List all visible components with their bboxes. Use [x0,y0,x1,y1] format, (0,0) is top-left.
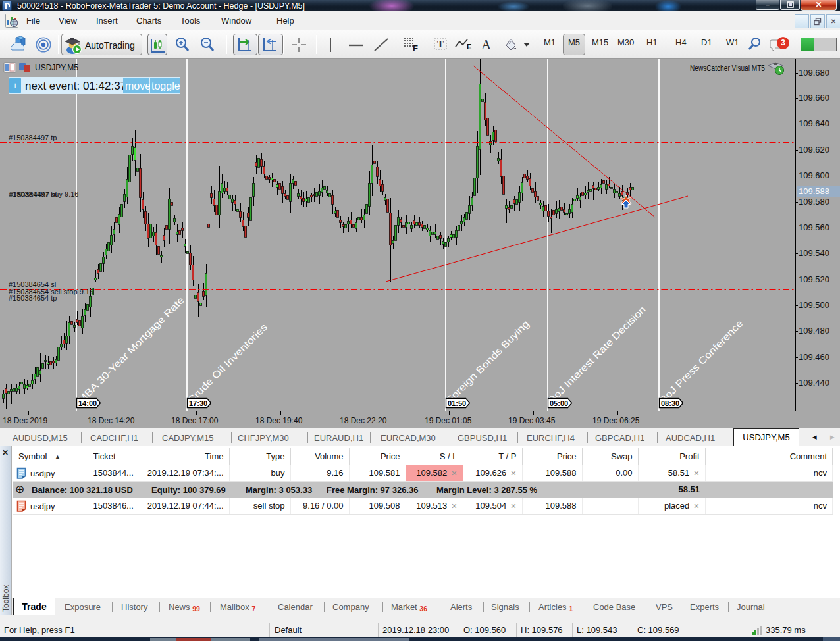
svg-text:T: T [437,39,444,49]
svg-text:NewsCatcher Visual MT5: NewsCatcher Visual MT5 [690,63,765,73]
svg-text:14:00: 14:00 [78,399,97,407]
svg-text:MBA 30-Year Mortgage Rate: MBA 30-Year Mortgage Rate [75,294,186,405]
svg-text:BoJ Press Conference: BoJ Press Conference [657,317,745,405]
svg-text:01:50: 01:50 [448,399,466,407]
svg-text:toggle: toggle [151,80,180,91]
svg-text:08:30: 08:30 [661,399,679,407]
svg-text:#150384497 tp: #150384497 tp [9,134,57,141]
svg-text:05:00: 05:00 [550,399,568,407]
svg-text:F: F [413,43,418,53]
svg-text:+: + [13,80,18,91]
svg-text:USDJPY,M5: USDJPY,M5 [35,63,78,72]
svg-text:move: move [125,80,151,91]
svg-text:#150384497 sl: #150384497 sl [9,191,57,199]
svg-text:E: E [467,43,471,51]
svg-text:BoJ Interest Rate Decision: BoJ Interest Rate Decision [546,303,648,405]
svg-text:A: A [481,37,492,53]
svg-text:17:30: 17:30 [189,399,207,407]
svg-text:#150384654 tp: #150384654 tp [9,294,57,302]
svg-text:next event: 01:42:37: next event: 01:42:37 [25,80,126,92]
svg-text:Crude Oil Inventories: Crude Oil Inventories [185,321,269,405]
svg-text:Foreign Bonds Buying: Foreign Bonds Buying [444,318,531,405]
